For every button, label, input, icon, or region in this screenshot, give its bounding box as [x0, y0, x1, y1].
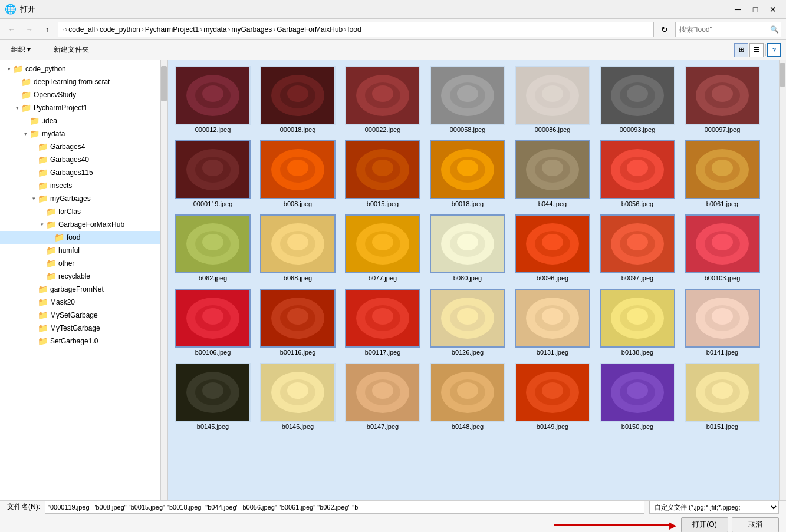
file-item[interactable]: b0151.jpeg — [681, 361, 764, 432]
breadcrumb-item[interactable]: GarbageForMaixHub — [277, 25, 343, 34]
file-item[interactable]: b00117.jpeg — [341, 286, 424, 358]
breadcrumb-current[interactable]: food — [347, 25, 361, 34]
breadcrumb-item[interactable]: PycharmProject1 — [145, 25, 199, 34]
file-item[interactable]: b0150.jpeg — [596, 361, 679, 432]
folder-name: PycharmProject1 — [34, 104, 87, 112]
file-item[interactable]: b00106.jpeg — [172, 286, 254, 358]
expand-icon[interactable]: ▾ — [38, 220, 46, 229]
sidebar-item-deep_learning[interactable]: 📁 deep learning from scrat — [0, 75, 160, 88]
cancel-button[interactable]: 取消 — [732, 517, 779, 533]
file-item[interactable]: b0131.jpeg — [511, 286, 594, 358]
expand-icon[interactable]: ▾ — [21, 130, 29, 138]
file-item[interactable]: 000097.jpeg — [681, 64, 764, 136]
sidebar-item-mytestgarbage[interactable]: 📁 MyTestGarbage — [0, 322, 160, 335]
breadcrumb[interactable]: · › code_all › code_python › PycharmProj… — [58, 22, 654, 37]
close-button[interactable]: ✕ — [765, 2, 781, 16]
file-item[interactable]: b0126.jpeg — [426, 286, 509, 358]
search-input[interactable] — [679, 25, 768, 34]
file-item[interactable]: 000022.jpeg — [341, 64, 424, 136]
expand-icon[interactable]: ▾ — [13, 104, 21, 112]
refresh-button[interactable]: ↻ — [657, 22, 672, 37]
breadcrumb-item[interactable]: myGarbages — [232, 25, 272, 34]
file-item[interactable]: b0096.jpeg — [511, 212, 594, 284]
sidebar-item-garbages40[interactable]: 📁 Garbages40 — [0, 153, 160, 166]
file-area-scrollbar[interactable] — [779, 60, 786, 500]
sidebar-item-mygarbages[interactable]: ▾ 📁 myGarbages — [0, 192, 160, 205]
sidebar-item-pycharm_project1[interactable]: ▾ 📁 PycharmProject1 — [0, 101, 160, 114]
sidebar-item-opencv_study[interactable]: 📁 OpencvStudy — [0, 88, 160, 101]
sidebar-item-food[interactable]: 📁 food — [0, 231, 160, 244]
file-scroll-thumb[interactable] — [780, 63, 785, 87]
breadcrumb-item[interactable]: · — [62, 25, 64, 34]
file-item[interactable]: b0015.jpeg — [341, 138, 424, 210]
file-item[interactable]: b077.jpeg — [341, 212, 424, 284]
forward-button[interactable]: → — [22, 22, 37, 37]
file-item[interactable]: b008.jpeg — [256, 138, 339, 210]
file-item[interactable]: b044.jpeg — [511, 138, 594, 210]
filetype-select[interactable]: 自定义文件 (*.jpg;*.jfif;*.pjpeg; — [649, 501, 779, 514]
file-item[interactable]: b0138.jpeg — [596, 286, 679, 358]
file-item[interactable]: b0148.jpeg — [426, 361, 509, 432]
sidebar-item-mysetgarbage[interactable]: 📁 MySetGarbage — [0, 309, 160, 322]
sidebar-item-garbagefromnet[interactable]: 📁 garbageFromNet — [0, 283, 160, 296]
sidebar-item-insects[interactable]: 📁 insects — [0, 179, 160, 192]
sidebar-item-idea[interactable]: 📁 .idea — [0, 114, 160, 127]
minimize-button[interactable]: ─ — [729, 2, 746, 16]
file-name: b00106.jpeg — [195, 349, 231, 356]
sidebar-item-garbages4[interactable]: 📁 Garbages4 — [0, 140, 160, 153]
file-item[interactable]: b0149.jpeg — [511, 361, 594, 432]
file-item[interactable]: b062.jpeg — [172, 212, 254, 284]
breadcrumb-item[interactable]: mydata — [203, 25, 226, 34]
file-item[interactable]: b0145.jpeg — [172, 361, 254, 432]
file-item[interactable]: b068.jpeg — [256, 212, 339, 284]
expand-icon[interactable]: ▾ — [5, 65, 13, 73]
sidebar-scrollbar[interactable] — [160, 60, 167, 500]
svg-point-87 — [202, 308, 223, 325]
sidebar-item-recyclable[interactable]: 📁 recyclable — [0, 270, 160, 283]
file-item[interactable]: b0056.jpeg — [596, 138, 679, 210]
file-item[interactable]: 000093.jpeg — [596, 64, 679, 136]
file-item[interactable]: 000086.jpeg — [511, 64, 594, 136]
breadcrumb-item[interactable]: code_all — [68, 25, 95, 34]
sidebar-scroll-thumb[interactable] — [161, 66, 167, 101]
new-folder-button[interactable]: 新建文件夹 — [47, 42, 96, 58]
file-item[interactable]: b0018.jpeg — [426, 138, 509, 210]
file-name: b0097.jpeg — [621, 275, 653, 282]
file-item[interactable]: b0147.jpeg — [341, 361, 424, 432]
open-button[interactable]: 打开(O) — [681, 517, 728, 533]
expand-icon[interactable]: ▾ — [29, 194, 38, 203]
file-item[interactable]: 0000119.jpeg — [172, 138, 254, 210]
sidebar-item-forclas[interactable]: 📁 forClas — [0, 205, 160, 218]
sidebar-item-setgarbage1[interactable]: 📁 SetGarbage1.0 — [0, 335, 160, 348]
sidebar-item-garbageformalxhub[interactable]: ▾ 📁 GarbageForMaixHub — [0, 218, 160, 231]
sidebar-item-humful[interactable]: 📁 humful — [0, 244, 160, 257]
svg-point-55 — [712, 160, 733, 176]
file-item[interactable]: b0061.jpeg — [681, 138, 764, 210]
sidebar-item-other[interactable]: 📁 other — [0, 257, 160, 270]
maximize-button[interactable]: □ — [747, 2, 764, 16]
file-item[interactable]: 000018.jpeg — [256, 64, 339, 136]
sidebar-item-mydata[interactable]: ▾ 📁 mydata — [0, 127, 160, 140]
back-button[interactable]: ← — [5, 22, 19, 37]
folder-name: Garbages40 — [50, 156, 89, 164]
file-item[interactable]: b00103.jpeg — [681, 212, 764, 284]
file-item[interactable]: b080.jpeg — [426, 212, 509, 284]
svg-point-67 — [372, 234, 393, 250]
filename-input[interactable] — [45, 501, 644, 514]
file-item[interactable]: b00116.jpeg — [256, 286, 339, 358]
file-item[interactable]: 000012.jpeg — [172, 64, 254, 136]
sidebar-item-garbages115[interactable]: 📁 Garbages115 — [0, 166, 160, 179]
file-item[interactable]: b0146.jpeg — [256, 361, 339, 432]
view-details-button[interactable]: ☰ — [749, 43, 764, 57]
sidebar-item-mask20[interactable]: 📁 Mask20 — [0, 296, 160, 309]
file-item[interactable]: b0141.jpeg — [681, 286, 764, 358]
view-large-icons-button[interactable]: ⊞ — [734, 43, 748, 57]
sidebar-item-code_python[interactable]: ▾ 📁 code_python — [0, 62, 160, 75]
file-item[interactable]: b0097.jpeg — [596, 212, 679, 284]
up-button[interactable]: ↑ — [40, 22, 54, 37]
organize-button[interactable]: 组织 ▾ — [5, 42, 37, 58]
help-button[interactable]: ? — [767, 43, 781, 57]
file-item[interactable]: 000058.jpeg — [426, 64, 509, 136]
thumbnail-container — [430, 363, 505, 422]
breadcrumb-item[interactable]: code_python — [100, 25, 140, 34]
